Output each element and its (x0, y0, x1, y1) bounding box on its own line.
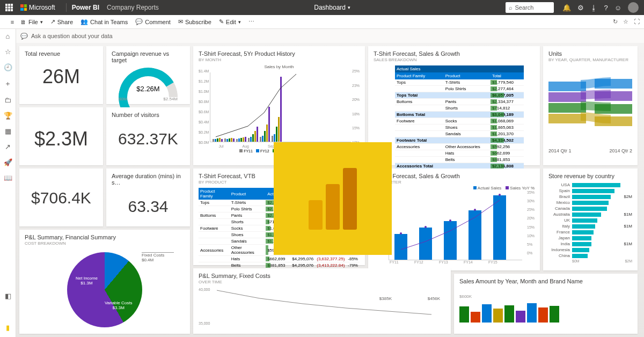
file-icon: 🗎 (20, 19, 26, 25)
tile-subtitle: SALES BREAKDOWN (374, 57, 535, 62)
chart-label: Sales by Month (199, 64, 360, 69)
pie-chart: Net Income$1.3M Variable Costs$3.3M (67, 252, 142, 327)
nav-shared-icon[interactable]: ↗ (5, 143, 11, 151)
refresh-icon[interactable]: ↻ (613, 18, 618, 25)
more-actions-icon[interactable]: ⋯ (248, 18, 254, 25)
nav-deploy-icon[interactable]: 🚀 (4, 158, 12, 166)
tile-title: Number of visitors (112, 112, 185, 118)
nav-recent-icon[interactable]: 🕘 (4, 63, 12, 71)
tile-title: T-Shirt Forecast, Sales & Growth (374, 50, 535, 57)
kpi-value: 632.37K (112, 130, 185, 148)
tile-duration[interactable]: Average duration (mins) in s… 63.34 (106, 169, 190, 226)
workspace-name[interactable]: Company Reports (107, 4, 159, 11)
powerbi-logo-overlay (274, 142, 392, 255)
view-switcher[interactable]: Dashboard▾ (314, 4, 350, 11)
tile-visitors[interactable]: Number of visitors 632.37K (106, 107, 190, 165)
tile-title: Store revenue by country (548, 173, 632, 179)
tile-title: P&L Summary, Fixed Costs (199, 273, 445, 279)
tile-subtitle: COST BREAKDOWN (25, 241, 185, 246)
tile-title: Average duration (mins) in s… (112, 173, 185, 186)
menu-toggle-icon[interactable]: ≡ (4, 19, 20, 25)
quarter-bar-chart (389, 196, 522, 260)
axis-label: $600K (459, 294, 632, 299)
kpi-value: $706.4K (25, 189, 98, 207)
product-name: Power BI (72, 4, 99, 11)
tile-title: Units (548, 50, 632, 57)
download-icon[interactable]: ⭳ (590, 4, 597, 12)
powerbi-bars-icon (309, 168, 357, 230)
line-chart: 40,000 35,000 $385K $456K (199, 288, 445, 325)
tile-title: Campaign revenue vs target (112, 50, 185, 63)
edit-menu[interactable]: ✎Edit▾ (219, 18, 241, 25)
tile-country-revenue[interactable]: Store revenue by country USASpainBrazil$… (543, 169, 638, 270)
comment-button[interactable]: 💬Comment (135, 18, 171, 25)
country-bar-chart: USASpainBrazil$2MMexicoCanadaAustralia$1… (548, 182, 632, 258)
tile-sales-brand[interactable]: Sales Amount by Year, Month and Brand Na… (454, 274, 638, 334)
nav-home-icon[interactable]: ⌂ (6, 32, 10, 40)
nav-favorites-icon[interactable]: ☆ (5, 48, 11, 56)
favorite-star-icon[interactable]: ☆ (623, 18, 628, 25)
tile-total-revenue[interactable]: Total revenue 26M (19, 46, 103, 104)
user-avatar[interactable] (628, 2, 639, 13)
tile-units[interactable]: Units BY YEAR, QUARTER, MANUFACTURER 201… (543, 46, 638, 165)
chevron-down-icon: ▾ (348, 5, 350, 10)
tile-subtitle: BY MONTH (199, 57, 360, 62)
chart-legend: Actual Sales Sales YoY % (374, 186, 535, 191)
tile-metric-2[interactable]: $2.3M (19, 107, 103, 165)
tile-pl-pie[interactable]: P&L Summary, Financial Summary COST BREA… (19, 230, 190, 334)
microsoft-logo: Microsoft (20, 4, 55, 11)
kpi-value: 26M (25, 65, 98, 88)
nav-goals-icon[interactable]: 🏆 (4, 112, 12, 120)
nav-workspaces-icon[interactable]: ◧ (5, 292, 11, 300)
comment-icon: 💬 (135, 18, 143, 25)
tile-title: T-Shirt Forecast, Sales & Growth (374, 173, 535, 179)
app-launcher-icon[interactable] (5, 4, 13, 11)
file-menu[interactable]: 🗎File▾ (20, 19, 43, 25)
notifications-icon[interactable]: 🔔 (562, 4, 571, 12)
tile-campaign-gauge[interactable]: Campaign revenue vs target $2.26M $0M $2… (106, 46, 190, 104)
stacked-bar-chart (459, 301, 632, 323)
sankey-chart (548, 65, 632, 146)
command-bar: ≡ 🗎File▾ ↗Share 👥Chat in Teams 💬Comment … (0, 15, 644, 29)
fullscreen-icon[interactable]: ⛶ (634, 18, 640, 25)
kpi-value: $2.3M (25, 128, 98, 150)
nav-datasets-icon[interactable]: 🗀 (4, 96, 11, 104)
help-icon[interactable]: ? (604, 4, 608, 12)
qna-bar[interactable]: 💬 Ask a question about your data (16, 29, 644, 43)
breakdown-table: Actual SalesProduct FamilyProductTotalTo… (395, 65, 524, 176)
kpi-value: 63.34 (112, 197, 185, 216)
nav-learn-icon[interactable]: 📖 (4, 174, 12, 182)
nav-rail: ⌂ ☆ 🕘 ＋ 🗀 🏆 ▦ ↗ 🚀 📖 ◧ ▮ (0, 29, 16, 337)
mail-icon: ✉ (178, 18, 183, 25)
tile-title: Total revenue (25, 50, 98, 57)
gauge-chart: $2.26M $0M $2.54M (119, 68, 178, 97)
search-input[interactable]: ⌕ Search (506, 2, 554, 13)
tile-pl-fixed[interactable]: P&L Summary, Fixed Costs OVER TIME 40,00… (193, 268, 451, 334)
pencil-icon: ✎ (219, 18, 224, 25)
tile-sales-quarter[interactable]: T-Shirt Forecast, Sales & Growth BY QUAR… (368, 169, 540, 270)
forecast-bar-chart (210, 72, 351, 142)
nav-powerbi-icon[interactable]: ▮ (6, 324, 10, 332)
tile-subtitle: OVER TIME (199, 280, 445, 284)
share-button[interactable]: ↗Share (50, 18, 73, 25)
nav-apps-icon[interactable]: ▦ (5, 127, 11, 135)
tile-subtitle: BY YEAR, QUARTER, MANUFACTURER (548, 57, 632, 62)
dashboard-canvas: Total revenue 26M $2.3M $706.4K Campaign… (16, 43, 644, 337)
tile-title: Sales Amount by Year, Month and Brand Na… (459, 278, 632, 284)
teams-icon: 👥 (80, 18, 88, 25)
chat-bubble-icon: 💬 (20, 33, 28, 40)
tile-metric-3[interactable]: $706.4K (19, 169, 103, 226)
chat-teams-button[interactable]: 👥Chat in Teams (80, 18, 128, 25)
nav-create-icon[interactable]: ＋ (4, 79, 11, 89)
share-icon: ↗ (50, 18, 55, 25)
subscribe-button[interactable]: ✉Subscribe (178, 18, 211, 25)
feedback-icon[interactable]: ☺ (614, 4, 621, 12)
tile-sales-breakdown[interactable]: T-Shirt Forecast, Sales & Growth SALES B… (368, 46, 540, 165)
global-header: Microsoft Power BI Company Reports Dashb… (0, 0, 644, 15)
axis-label: 2014 Qtr 1 (548, 148, 572, 153)
search-icon: ⌕ (509, 4, 513, 11)
tile-title: P&L Summary, Financial Summary (25, 234, 185, 240)
settings-gear-icon[interactable]: ⚙ (577, 4, 584, 12)
tile-subtitle: BY QUARTER (374, 180, 535, 185)
axis-label: 2014 Qtr 2 (609, 148, 632, 153)
